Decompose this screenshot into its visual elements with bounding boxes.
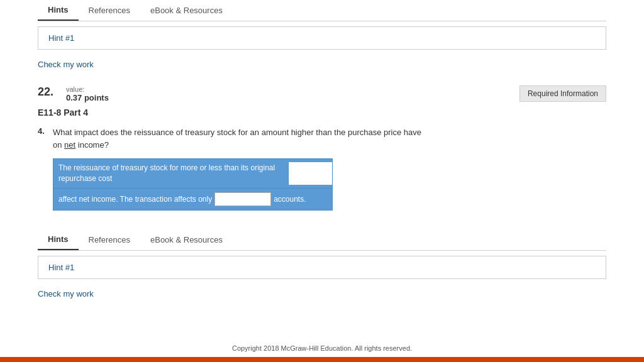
- hint-box-bottom: Hint #1: [38, 256, 606, 279]
- tab-ebook-top[interactable]: eBook & Resources: [140, 0, 233, 21]
- answer-input-row1[interactable]: [288, 162, 332, 185]
- tab-references-top[interactable]: References: [79, 0, 140, 21]
- points-value: 0.37 points: [66, 93, 519, 102]
- exercise-title: E11-8 Part 4: [38, 107, 606, 118]
- answer-row-1-text: The reissuance of treasury stock for mor…: [53, 159, 288, 188]
- question-line1: What impact does the reissuance of treas…: [53, 128, 421, 137]
- bottom-section: Hints References eBook & Resources Hint …: [0, 229, 644, 309]
- question-meta: value: 0.37 points: [66, 85, 519, 102]
- bottom-tabs-bar: Hints References eBook & Resources: [38, 229, 606, 251]
- answer-grid: The reissuance of treasury stock for mor…: [53, 158, 333, 211]
- answer-input-row2[interactable]: [214, 192, 271, 206]
- hint1-link-bottom[interactable]: Hint #1: [48, 263, 74, 272]
- footer-bar: [0, 357, 644, 362]
- check-my-work-bottom[interactable]: Check my work: [38, 289, 94, 299]
- tab-references-bottom[interactable]: References: [79, 229, 140, 250]
- tab-ebook-bottom[interactable]: eBook & Resources: [140, 229, 233, 250]
- hint-box-top: Hint #1: [38, 26, 606, 50]
- question-text: What impact does the reissuance of treas…: [53, 126, 421, 151]
- net-income-text: net: [64, 140, 75, 150]
- answer-row-2-prefix: affect net income. The transaction affec…: [58, 195, 212, 204]
- answer-row-2-content: affect net income. The transaction affec…: [53, 189, 311, 210]
- required-info-button[interactable]: Required Information: [519, 85, 606, 102]
- tab-hints-top[interactable]: Hints: [38, 0, 79, 21]
- answer-row-1: The reissuance of treasury stock for mor…: [53, 159, 332, 189]
- tab-hints-bottom[interactable]: Hints: [38, 229, 79, 250]
- question-line2: on net income?: [53, 140, 109, 150]
- hint1-link-top[interactable]: Hint #1: [48, 33, 74, 43]
- check-my-work-top[interactable]: Check my work: [38, 60, 94, 69]
- accounts-text: accounts.: [274, 195, 306, 204]
- question-22-section: 22. value: 0.37 points Required Informat…: [0, 79, 644, 217]
- footer-text: Copyright 2018 McGraw-Hill Education. Al…: [0, 341, 644, 356]
- question-sub-number: 4.: [38, 126, 50, 136]
- value-label: value:: [66, 85, 519, 93]
- top-tabs-bar: Hints References eBook & Resources: [38, 0, 606, 21]
- question-item-4: 4. What impact does the reissuance of tr…: [38, 126, 606, 151]
- answer-row-2: affect net income. The transaction affec…: [53, 189, 332, 210]
- question-number: 22.: [38, 85, 66, 99]
